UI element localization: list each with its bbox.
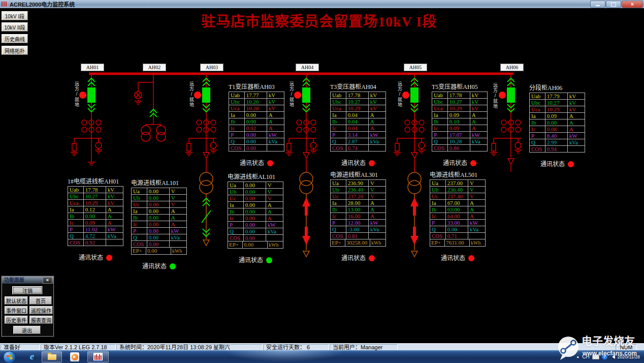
- table-cell: V: [169, 201, 186, 208]
- table-cell: Ic: [68, 220, 84, 226]
- table-cell: 10.29: [545, 106, 567, 113]
- elecfans-logo-icon: [555, 335, 582, 361]
- table-cell: COS: [331, 145, 346, 152]
- table-cell: V: [266, 182, 283, 189]
- table-cell: 10.27: [447, 99, 470, 105]
- table-cell: kV: [368, 99, 385, 105]
- page-title: 驻马店市监察委员会留置场10kV I段: [201, 10, 437, 31]
- sidebar-item-history-curve[interactable]: 历史曲线: [2, 34, 28, 43]
- table-cell: [368, 145, 385, 152]
- default-state-button[interactable]: 默认状态: [5, 296, 28, 305]
- table-cell: Ic: [432, 125, 448, 132]
- table-row: Uca10.28kV: [229, 105, 284, 112]
- ep-unit: kWh: [470, 239, 485, 246]
- table-al101-a: 电源进线柜AL101Ua0.00VUb0.00VUc0.00VIa0.00AIb…: [131, 178, 187, 270]
- table-cell: -3.00: [346, 226, 368, 233]
- table-cell: 237.40: [445, 193, 468, 200]
- table-title: 1#电缆进线柜AH01: [68, 176, 123, 186]
- taskbar-mediaplayer-icon[interactable]: [65, 351, 84, 362]
- table-cell: 0.00: [147, 201, 169, 208]
- bus-label-ah01[interactable]: AH01: [81, 64, 104, 71]
- table-cell: Ubc: [331, 99, 346, 105]
- folder-icon: [48, 354, 56, 360]
- bus-label-ah02[interactable]: AH02: [143, 64, 166, 71]
- sidebar-item-network-topology[interactable]: 网络拓扑: [2, 46, 28, 55]
- windows-logo-icon: [6, 354, 12, 359]
- table-cell: 0.08: [545, 126, 567, 133]
- table-cell: 16.00: [346, 213, 368, 220]
- function-panel-close-icon[interactable]: ×: [43, 277, 52, 284]
- energy-row: EP+30258.00kWh: [330, 239, 386, 247]
- table-cell: Uab: [530, 93, 545, 100]
- table-cell: A: [266, 202, 283, 208]
- table-cell: Uca: [68, 200, 84, 206]
- table-cell: Ib: [432, 118, 448, 125]
- comm-status-label: 通讯状态: [441, 255, 465, 262]
- comm-status: 通讯状态: [131, 261, 187, 270]
- table-t1-ah03: T1变压器柜AH03Uab17.77kVUbc10.26kVUca10.28kV…: [229, 82, 284, 167]
- bus-label-ah03[interactable]: AH03: [200, 64, 223, 71]
- table-cell: kW: [266, 222, 283, 228]
- table-cell: P: [68, 226, 84, 233]
- table-cell: 0.09: [83, 220, 106, 226]
- taskbar-ie-icon[interactable]: e: [26, 351, 38, 361]
- sidebar-item-10kv-2[interactable]: 10kV II段: [2, 22, 28, 32]
- table-cell: kV: [267, 105, 284, 112]
- table-cell: 0.02: [244, 125, 267, 132]
- table-row: P11.02kW: [68, 226, 123, 233]
- feeder-ah02-pt[interactable]: [135, 74, 153, 125]
- table-row: Ia0.00A: [132, 208, 187, 215]
- table-cell: kW: [468, 220, 485, 226]
- table-cell: 17.77: [244, 92, 267, 99]
- table-cell: A: [169, 221, 186, 228]
- taskbar: e ▲ CH ? 2020/11/28: [0, 350, 644, 363]
- home-button[interactable]: 首页: [29, 296, 52, 305]
- table-title: T3变压器柜AH04: [330, 82, 386, 91]
- table-cell: 0.00: [243, 202, 266, 208]
- table-cell: [368, 233, 385, 239]
- table-row: COS0.00: [132, 241, 187, 248]
- table-cell: Q: [530, 139, 545, 146]
- start-button[interactable]: [3, 351, 16, 363]
- exit-button[interactable]: 退出: [13, 326, 41, 334]
- event-window-button[interactable]: 事件窗口: [5, 306, 28, 314]
- table-cell: 11.02: [83, 226, 106, 233]
- table-row: Ubc10.27kV: [530, 100, 585, 106]
- comm-status-label: 通讯状态: [240, 160, 264, 167]
- table-cell: kV: [567, 100, 585, 106]
- table-cell: Ia: [430, 200, 446, 206]
- table-cell: Ib: [331, 206, 346, 213]
- table-cell: 0.00: [244, 132, 267, 138]
- table-cell: P: [530, 133, 545, 139]
- energy-row: EP+0.00kWh: [131, 248, 187, 255]
- table-cell: kVa: [468, 226, 485, 233]
- history-events-button[interactable]: 历史事件: [5, 316, 28, 324]
- table-cell: Ia: [68, 206, 84, 213]
- comm-status: 通讯状态: [430, 253, 486, 262]
- table-cell: A: [368, 125, 385, 132]
- table-al101-b: 电源进线柜AL101Ua0.00VUb0.00VUc0.00VIa0.00AIb…: [228, 172, 283, 264]
- table-cell: Ubc: [229, 99, 245, 105]
- table-cell: 3.14: [346, 132, 368, 138]
- table-cell: 0.00: [244, 112, 267, 118]
- bus-label-ah05[interactable]: AH05: [404, 64, 427, 71]
- sidebar-item-10kv-1[interactable]: 10kV I段: [2, 11, 28, 20]
- table-cell: 17.78: [346, 92, 368, 99]
- remote-control-button[interactable]: 遥控操作: [29, 306, 53, 314]
- table-cell: 0.00: [147, 234, 169, 241]
- report-query-button[interactable]: 报表查询: [29, 316, 53, 324]
- table-row: Ic0.00A: [228, 215, 283, 222]
- table-cell: A: [169, 215, 186, 221]
- table-row: COS0.94: [530, 146, 585, 153]
- table-cell: Ia: [132, 208, 147, 215]
- taskbar-explorer-icon[interactable]: [42, 351, 62, 362]
- measurement-table: Ua236.90VUb236.40VUc237.20VIa28.00AIb13.…: [330, 179, 386, 239]
- logout-button[interactable]: 注销: [12, 286, 43, 294]
- bus-label-ah04[interactable]: AH04: [296, 64, 319, 71]
- table-cell: COS: [530, 146, 545, 153]
- taskbar-acrel-app-icon[interactable]: [87, 351, 109, 362]
- comm-status-dot: [170, 263, 176, 269]
- table-cell: 0.00: [243, 182, 266, 189]
- bus-label-ah06[interactable]: AH06: [500, 64, 524, 71]
- function-panel-titlebar[interactable]: 功能面板 ×: [2, 277, 53, 284]
